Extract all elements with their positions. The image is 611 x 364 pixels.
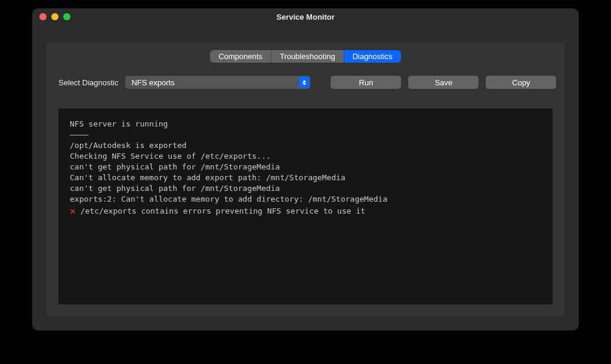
segmented-control: Components Troubleshooting Diagnostics <box>210 50 401 63</box>
window-title: Service Monitor <box>32 13 579 21</box>
console-line: ———— <box>70 129 541 140</box>
console-line: /opt/Autodesk is exported <box>70 140 541 151</box>
run-button[interactable]: Run <box>331 76 401 89</box>
tab-components[interactable]: Components <box>210 50 271 63</box>
app-window: Service Monitor Components Troubleshooti… <box>32 8 579 331</box>
console-error-line: ✕ /etc/exports contains errors preventin… <box>70 206 541 217</box>
tab-troubleshooting[interactable]: Troubleshooting <box>271 50 344 63</box>
console-line: exports:2: Can't allocate memory to add … <box>70 194 541 205</box>
diagnostic-select[interactable]: NFS exports <box>125 76 310 89</box>
console-line: can't get physical path for /mnt/Storage… <box>70 183 541 194</box>
console-error-text: /etc/exports contains errors preventing … <box>81 206 365 217</box>
tab-bar: Components Troubleshooting Diagnostics <box>45 50 566 63</box>
console-line: Can't allocate memory to add export path… <box>70 172 541 183</box>
traffic-lights <box>39 13 70 20</box>
error-icon: ✕ <box>70 207 76 215</box>
zoom-icon[interactable] <box>63 13 70 20</box>
console-line: Checking NFS Service use of /etc/exports… <box>70 151 541 162</box>
tab-diagnostics[interactable]: Diagnostics <box>344 50 401 63</box>
console-output[interactable]: NFS server is running————/opt/Autodesk i… <box>58 109 553 304</box>
controls-row: Select Diagnostic NFS exports Run Save C… <box>58 76 553 89</box>
titlebar[interactable]: Service Monitor <box>32 8 579 25</box>
select-diagnostic-label: Select Diagnostic <box>58 78 118 87</box>
console-line: NFS server is running <box>70 119 541 129</box>
save-button[interactable]: Save <box>408 76 479 89</box>
diagnostic-select-value: NFS exports <box>131 78 174 87</box>
copy-button[interactable]: Copy <box>486 76 556 89</box>
content-panel: Components Troubleshooting Diagnostics S… <box>45 42 566 317</box>
close-icon[interactable] <box>39 13 47 20</box>
console-line: can't get physical path for /mnt/Storage… <box>70 162 541 172</box>
chevron-updown-icon <box>299 76 310 88</box>
minimize-icon[interactable] <box>51 13 58 20</box>
